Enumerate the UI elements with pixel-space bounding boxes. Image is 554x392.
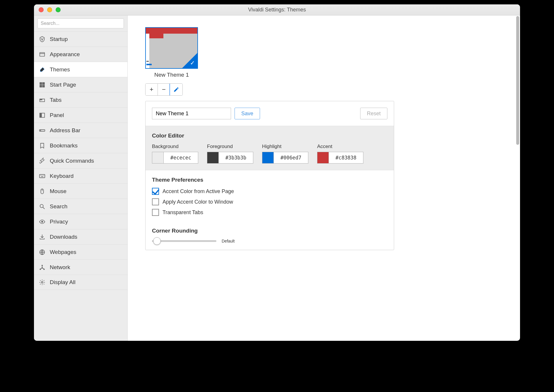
svg-rect-3 bbox=[42, 82, 45, 84]
color-label: Background bbox=[152, 144, 198, 149]
addressbar-icon bbox=[39, 127, 46, 134]
mouse-icon bbox=[39, 188, 46, 195]
checkbox[interactable] bbox=[152, 198, 159, 205]
search-icon bbox=[39, 203, 46, 210]
sidebar-item-keyboard[interactable]: Keyboard bbox=[34, 168, 127, 183]
sidebar-item-address-bar[interactable]: Address Bar bbox=[34, 123, 127, 138]
titlebar: Vivaldi Settings: Themes bbox=[34, 4, 520, 16]
vivaldi-icon bbox=[39, 36, 46, 43]
eye-icon bbox=[39, 218, 46, 225]
sidebar-item-tabs[interactable]: Tabs bbox=[34, 92, 127, 107]
edit-theme-button[interactable] bbox=[170, 84, 182, 95]
sidebar: StartupAppearanceThemesStart PageTabsPan… bbox=[34, 16, 128, 341]
quick-icon bbox=[39, 157, 46, 164]
pref-label: Accent Color from Active Page bbox=[163, 188, 234, 195]
color-swatch[interactable] bbox=[317, 152, 329, 164]
color-hex-input[interactable]: #3b3b3b bbox=[219, 152, 253, 164]
sidebar-item-mouse[interactable]: Mouse bbox=[34, 183, 127, 199]
grid-icon bbox=[39, 81, 46, 88]
brush-icon bbox=[39, 66, 46, 73]
color-field-highlight: Highlight #006ed7 bbox=[262, 144, 308, 164]
sidebar-item-bookmarks[interactable]: Bookmarks bbox=[34, 138, 127, 153]
sidebar-item-label: Search bbox=[50, 203, 67, 210]
sidebar-item-label: Address Bar bbox=[50, 127, 81, 134]
sidebar-item-label: Themes bbox=[50, 66, 70, 73]
svg-rect-9 bbox=[40, 113, 42, 117]
sidebar-item-display-all[interactable]: Display All bbox=[34, 275, 127, 290]
sidebar-item-appearance[interactable]: Appearance bbox=[34, 47, 127, 62]
theme-toolbar: + − bbox=[145, 83, 183, 96]
sidebar-item-label: Webpages bbox=[50, 249, 76, 255]
pref-accent-color-from-active-page[interactable]: Accent Color from Active Page bbox=[152, 188, 387, 195]
sidebar-item-label: Mouse bbox=[50, 188, 66, 195]
color-hex-input[interactable]: #ececec bbox=[164, 152, 198, 164]
color-hex-input[interactable]: #c83838 bbox=[329, 152, 363, 164]
color-label: Highlight bbox=[262, 144, 308, 149]
sidebar-item-label: Bookmarks bbox=[50, 142, 78, 149]
color-editor-section: Color Editor Background #ececec Foregrou… bbox=[146, 126, 394, 170]
color-field-foreground: Foreground #3b3b3b bbox=[207, 144, 253, 164]
sidebar-item-label: Display All bbox=[50, 279, 76, 286]
checkbox[interactable] bbox=[152, 209, 159, 216]
scrollbar[interactable] bbox=[516, 16, 519, 145]
globe-icon bbox=[39, 249, 46, 256]
sidebar-item-themes[interactable]: Themes bbox=[34, 62, 127, 77]
save-button[interactable]: Save bbox=[235, 108, 260, 119]
sidebar-item-search[interactable]: Search bbox=[34, 199, 127, 214]
sidebar-item-label: Quick Commands bbox=[50, 158, 94, 164]
window-title: Vivaldi Settings: Themes bbox=[34, 7, 520, 13]
color-swatch[interactable] bbox=[262, 152, 274, 164]
svg-point-22 bbox=[41, 221, 43, 223]
color-swatch[interactable] bbox=[152, 152, 164, 164]
pref-label: Apply Accent Color to Window bbox=[163, 199, 233, 205]
sidebar-item-label: Appearance bbox=[50, 51, 80, 58]
pref-transparent-tabs[interactable]: Transparent Tabs bbox=[152, 209, 387, 216]
sidebar-item-webpages[interactable]: Webpages bbox=[34, 244, 127, 259]
gear-icon bbox=[39, 279, 46, 286]
corner-rounding-heading: Corner Rounding bbox=[152, 228, 387, 234]
sidebar-item-network[interactable]: Network bbox=[34, 259, 127, 275]
theme-name-input[interactable] bbox=[152, 108, 231, 119]
svg-point-24 bbox=[42, 265, 43, 266]
add-theme-button[interactable]: + bbox=[146, 84, 158, 95]
theme-thumbnail[interactable]: ✓ bbox=[145, 27, 198, 69]
svg-rect-0 bbox=[40, 52, 45, 56]
sidebar-item-start-page[interactable]: Start Page bbox=[34, 77, 127, 92]
svg-point-11 bbox=[40, 130, 41, 131]
remove-theme-button[interactable]: − bbox=[158, 84, 170, 95]
svg-rect-4 bbox=[40, 85, 42, 87]
sidebar-item-label: Keyboard bbox=[50, 173, 73, 179]
sidebar-item-label: Network bbox=[50, 264, 70, 271]
svg-point-20 bbox=[40, 204, 43, 207]
sidebar-item-label: Panel bbox=[50, 112, 64, 118]
svg-rect-7 bbox=[40, 99, 42, 100]
color-swatch[interactable] bbox=[207, 152, 219, 164]
search-container bbox=[37, 18, 124, 28]
search-input[interactable] bbox=[37, 18, 124, 28]
sidebar-item-privacy[interactable]: Privacy bbox=[34, 214, 127, 229]
editor-panel: Save Reset Color Editor Background #ecec… bbox=[145, 101, 394, 250]
keyboard-icon bbox=[39, 173, 46, 180]
sidebar-item-panel[interactable]: Panel bbox=[34, 107, 127, 123]
sidebar-item-startup[interactable]: Startup bbox=[34, 31, 127, 47]
color-hex-input[interactable]: #006ed7 bbox=[274, 152, 308, 164]
checkbox[interactable] bbox=[152, 188, 159, 195]
sidebar-item-downloads[interactable]: Downloads bbox=[34, 229, 127, 244]
svg-line-21 bbox=[43, 207, 45, 209]
svg-point-28 bbox=[41, 281, 43, 283]
color-label: Foreground bbox=[207, 144, 253, 149]
panel-icon bbox=[39, 112, 46, 119]
corner-rounding-value: Default bbox=[222, 239, 235, 243]
color-editor-heading: Color Editor bbox=[152, 133, 387, 139]
color-field-accent: Accent #c83838 bbox=[317, 144, 363, 164]
color-label: Accent bbox=[317, 144, 363, 149]
svg-rect-12 bbox=[40, 174, 45, 178]
slider-thumb[interactable] bbox=[153, 237, 161, 245]
sidebar-item-label: Startup bbox=[50, 36, 68, 42]
window-icon bbox=[39, 51, 46, 58]
reset-button[interactable]: Reset bbox=[360, 108, 387, 119]
pref-apply-accent-color-to-window[interactable]: Apply Accent Color to Window bbox=[152, 198, 387, 205]
sidebar-item-quick-commands[interactable]: Quick Commands bbox=[34, 153, 127, 168]
corner-rounding-slider[interactable] bbox=[152, 240, 216, 242]
theme-name-label: New Theme 1 bbox=[145, 72, 198, 78]
